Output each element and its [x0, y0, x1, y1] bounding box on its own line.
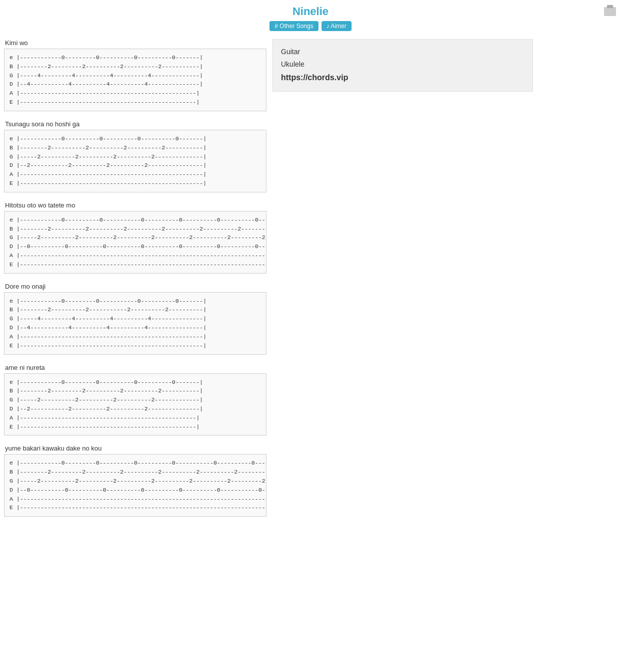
section-label-yume-bakari: yume bakari kawaku dake no kou: [4, 444, 266, 452]
section-dore-mo: Dore mo onaji e |------------0---------0…: [4, 283, 266, 355]
corner-icon: [603, 4, 617, 18]
header-buttons: # Other Songs ♪ Aimer: [0, 21, 621, 31]
tab-box-dore-mo: e |------------0---------0-----------0--…: [4, 292, 266, 355]
other-songs-button[interactable]: # Other Songs: [269, 21, 318, 31]
sidebar-guitar: Guitar: [281, 46, 524, 58]
tab-box-yume-bakari: e |------------0---------0----------0---…: [4, 454, 266, 517]
tab-box-hitotsu: e |------------0----------0-----------0-…: [4, 211, 266, 274]
page-title: Ninelie: [0, 5, 621, 18]
sidebar: Guitar Ukulele https://chords.vip: [272, 39, 533, 92]
section-hitotsu: Hitotsu oto wo tatete mo e |------------…: [4, 201, 266, 274]
section-label-kimi-wo: Kimi wo: [4, 39, 266, 47]
content-area: Kimi wo e |------------0---------0------…: [0, 39, 270, 526]
section-label-tsunagu: Tsunagu sora no hoshi ga: [4, 120, 266, 128]
section-tsunagu: Tsunagu sora no hoshi ga e |------------…: [4, 120, 266, 192]
tab-box-tsunagu: e |------------0----------0----------0--…: [4, 130, 266, 192]
tab-box-kimi-wo: e |------------0---------0----------0---…: [4, 49, 266, 111]
section-label-hitotsu: Hitotsu oto wo tatete mo: [4, 201, 266, 209]
tab-box-ame-ni: e |------------0---------0----------0---…: [4, 373, 266, 436]
section-ame-ni: ame ni nureta e |------------0---------0…: [4, 364, 266, 436]
sidebar-ukulele: Ukulele: [281, 58, 524, 71]
section-label-dore-mo: Dore mo onaji: [4, 283, 266, 290]
svg-rect-1: [607, 5, 613, 8]
section-kimi-wo: Kimi wo e |------------0---------0------…: [4, 39, 266, 111]
section-yume-bakari: yume bakari kawaku dake no kou e |------…: [4, 444, 266, 517]
aimer-button[interactable]: ♪ Aimer: [322, 21, 352, 31]
page-header: Ninelie # Other Songs ♪ Aimer: [0, 0, 621, 34]
svg-rect-0: [604, 7, 616, 16]
main-layout: Kimi wo e |------------0---------0------…: [0, 34, 621, 526]
section-label-ame-ni: ame ni nureta: [4, 364, 266, 371]
sidebar-site-url[interactable]: https://chords.vip: [281, 71, 524, 85]
